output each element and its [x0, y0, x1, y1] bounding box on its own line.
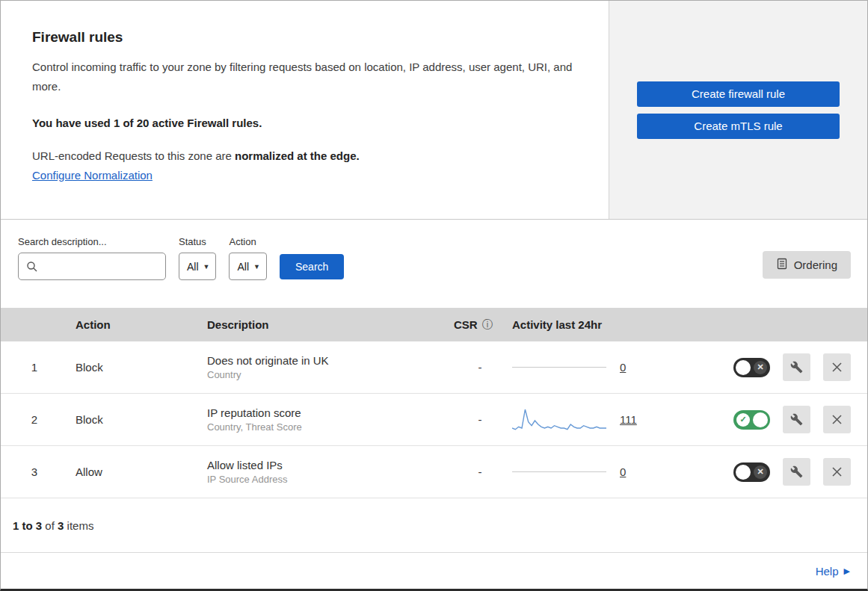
create-mtls-rule-button[interactable]: Create mTLS rule — [637, 114, 840, 139]
rule-action: Allow — [76, 465, 207, 478]
page-description: Control incoming traffic to your zone by… — [32, 58, 579, 97]
help-link[interactable]: Help ▶ — [816, 565, 850, 578]
status-label: Status — [179, 236, 216, 247]
rule-description: Does not originate in UK — [207, 354, 448, 367]
filter-toolbar: Search description... Status All ▼ Actio… — [1, 220, 867, 308]
ordering-list-icon — [776, 258, 788, 272]
rules-table: Action Description CSR ⓘ Activity last 2… — [1, 308, 867, 498]
close-icon — [831, 362, 843, 373]
status-filter-select[interactable]: All ▼ — [179, 253, 216, 280]
normalization-text: URL-encoded Requests to this zone are no… — [32, 149, 579, 162]
rule-enabled-toggle[interactable]: ✓ ✕ — [733, 462, 770, 482]
x-icon: ✕ — [754, 361, 767, 374]
search-icon — [26, 261, 38, 273]
activity-count-link[interactable]: 111 — [620, 413, 637, 426]
rule-action: Block — [76, 361, 207, 374]
close-icon — [831, 414, 843, 425]
x-icon: ✕ — [754, 465, 767, 479]
table-row: 1 Block Does not originate in UK Country… — [1, 341, 867, 394]
toggle-knob — [736, 465, 751, 480]
page-title: Firewall rules — [32, 29, 579, 46]
rule-index: 2 — [13, 413, 76, 426]
rule-csr: - — [448, 465, 512, 478]
activity-sparkline — [512, 406, 606, 434]
chevron-down-icon: ▼ — [253, 263, 260, 270]
pagination-summary: 1 to 3 of 3 items — [1, 498, 867, 552]
rule-index: 1 — [13, 361, 76, 374]
close-icon — [831, 466, 843, 477]
wrench-icon — [790, 465, 803, 478]
col-csr: CSR ⓘ — [448, 318, 512, 332]
rule-description: IP reputation score — [207, 406, 448, 419]
header-section: Firewall rules Control incoming traffic … — [1, 1, 867, 220]
rule-csr: - — [448, 413, 512, 426]
arrow-right-icon: ▶ — [844, 566, 850, 576]
rule-fields: Country — [207, 369, 448, 380]
rule-action: Block — [76, 413, 207, 426]
rule-enabled-toggle[interactable]: ✓ ✕ — [733, 358, 770, 377]
toggle-knob — [736, 360, 751, 375]
activity-flatline — [512, 367, 606, 368]
create-firewall-rule-button[interactable]: Create firewall rule — [637, 81, 840, 107]
table-header-row: Action Description CSR ⓘ Activity last 2… — [1, 308, 867, 341]
col-description: Description — [207, 318, 448, 331]
edit-rule-button[interactable] — [783, 458, 810, 486]
check-icon: ✓ — [736, 413, 750, 427]
search-button[interactable]: Search — [280, 254, 344, 279]
rule-description: Allow listed IPs — [207, 459, 448, 471]
col-activity: Activity last 24hr — [512, 318, 696, 331]
help-bar: Help ▶ — [1, 552, 867, 589]
info-icon[interactable]: ⓘ — [482, 318, 493, 332]
search-label: Search description... — [18, 236, 166, 247]
delete-rule-button[interactable] — [823, 406, 851, 433]
rule-fields: IP Source Address — [207, 474, 448, 485]
edit-rule-button[interactable] — [783, 406, 810, 433]
search-input[interactable] — [18, 253, 166, 280]
table-row: 2 Block IP reputation score Country, Thr… — [1, 394, 867, 446]
rule-fields: Country, Threat Score — [207, 421, 448, 433]
edit-rule-button[interactable] — [783, 353, 810, 381]
activity-count-link[interactable]: 0 — [620, 465, 626, 478]
delete-rule-button[interactable] — [823, 458, 851, 486]
table-row: 3 Allow Allow listed IPs IP Source Addre… — [1, 446, 867, 498]
action-label: Action — [229, 236, 266, 247]
wrench-icon — [790, 361, 803, 374]
activity-count-link[interactable]: 0 — [620, 361, 626, 374]
rule-csr: - — [448, 361, 512, 374]
rule-index: 3 — [13, 465, 76, 478]
toggle-knob — [753, 412, 768, 427]
header-actions-panel: Create firewall rule Create mTLS rule — [609, 1, 867, 219]
configure-normalization-link[interactable]: Configure Normalization — [32, 169, 153, 182]
firewall-rules-page: Firewall rules Control incoming traffic … — [0, 0, 868, 591]
delete-rule-button[interactable] — [823, 353, 851, 381]
action-filter-select[interactable]: All ▼ — [229, 253, 266, 280]
ordering-button[interactable]: Ordering — [763, 251, 851, 279]
wrench-icon — [790, 413, 803, 426]
header-text-panel: Firewall rules Control incoming traffic … — [1, 1, 609, 219]
chevron-down-icon: ▼ — [203, 263, 210, 270]
usage-summary: You have used 1 of 20 active Firewall ru… — [32, 117, 579, 129]
rule-enabled-toggle[interactable]: ✓ ✕ — [733, 410, 770, 430]
activity-flatline — [512, 471, 606, 472]
col-action: Action — [76, 318, 207, 331]
